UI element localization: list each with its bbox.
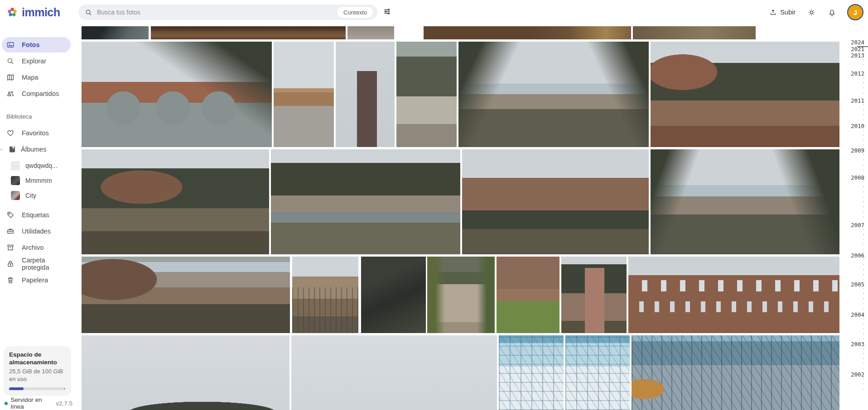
timeline-tick bbox=[863, 239, 864, 240]
photo-thumbnail[interactable] bbox=[82, 26, 149, 39]
server-version: v2.7.5 bbox=[56, 400, 72, 407]
timeline-tick bbox=[863, 77, 864, 78]
timeline-tick bbox=[863, 201, 864, 202]
photo-thumbnail[interactable] bbox=[274, 42, 334, 147]
timeline-tick bbox=[863, 164, 864, 165]
photo-thumbnail[interactable] bbox=[336, 42, 395, 147]
timeline-year-label[interactable]: 2004 bbox=[851, 311, 864, 318]
chevron-down-icon[interactable] bbox=[0, 147, 4, 152]
photo-thumbnail[interactable] bbox=[82, 149, 269, 254]
sidebar-item-fotos[interactable]: Fotos bbox=[2, 37, 71, 52]
timeline-tick bbox=[863, 169, 864, 170]
search-bar[interactable]: Contexto bbox=[78, 5, 377, 20]
timeline-position-indicator bbox=[857, 46, 868, 47]
photo-thumbnail[interactable] bbox=[651, 149, 839, 254]
photo-thumbnail[interactable] bbox=[271, 149, 460, 254]
timeline-tick bbox=[863, 274, 864, 275]
sidebar-item-label: Archivo bbox=[22, 244, 43, 251]
timeline-tick bbox=[863, 334, 864, 334]
timeline-year-label[interactable]: 2013 bbox=[851, 52, 864, 59]
timeline-year-label[interactable]: 2008 bbox=[851, 174, 864, 181]
photo-thumbnail[interactable] bbox=[82, 335, 289, 410]
timeline-year-label[interactable]: 2012 bbox=[851, 70, 864, 77]
upload-button[interactable]: Subir bbox=[769, 9, 796, 16]
timeline-tick bbox=[863, 358, 864, 359]
timeline-tick bbox=[863, 59, 864, 60]
photo-thumbnail[interactable] bbox=[151, 26, 346, 39]
photo-thumbnail[interactable] bbox=[82, 42, 272, 147]
photo-thumbnail[interactable] bbox=[396, 42, 457, 147]
timeline-tick bbox=[863, 130, 864, 131]
album-name: qwdqwdq... bbox=[25, 162, 58, 169]
photo-thumbnail[interactable] bbox=[347, 26, 394, 39]
timeline-year-label[interactable]: 2010 bbox=[851, 123, 864, 129]
search-filter-icon[interactable] bbox=[383, 7, 391, 18]
sidebar-item-utilidades[interactable]: Utilidades bbox=[2, 224, 71, 239]
sidebar-item-label: Explorar bbox=[22, 57, 46, 65]
timeline-tick bbox=[863, 234, 864, 235]
sidebar-item-mapa[interactable]: Mapa bbox=[2, 70, 71, 85]
timeline-tick bbox=[863, 368, 864, 369]
timeline-year-label[interactable]: 2024 bbox=[851, 39, 864, 46]
photo-thumbnail[interactable] bbox=[561, 257, 627, 333]
sidebar-item-label: Papelera bbox=[22, 277, 48, 284]
photo-thumbnail[interactable] bbox=[497, 257, 559, 333]
immich-logo[interactable]: immich bbox=[0, 6, 72, 19]
photo-thumbnail[interactable] bbox=[499, 335, 564, 410]
photo-thumbnail[interactable] bbox=[458, 42, 649, 147]
library-section-label: Biblioteca bbox=[0, 102, 72, 124]
photo-thumbnail[interactable] bbox=[651, 42, 839, 147]
timeline-tick bbox=[863, 324, 864, 324]
timeline-year-label[interactable]: 2006 bbox=[851, 252, 864, 259]
timeline-tick bbox=[863, 319, 864, 319]
timeline-tick bbox=[863, 64, 864, 65]
photo-thumbnail[interactable] bbox=[361, 257, 426, 333]
timeline-year-label[interactable]: 2007 bbox=[851, 222, 864, 229]
timeline-tick bbox=[863, 181, 864, 182]
photo-thumbnail[interactable] bbox=[82, 257, 290, 333]
timeline-year-label[interactable]: 2011 bbox=[851, 97, 864, 104]
app-header: immich Contexto Subir bbox=[0, 0, 868, 24]
storage-progress-bar bbox=[9, 387, 66, 390]
sidebar-album-item[interactable]: qwdqwdq... bbox=[0, 158, 72, 173]
timeline-tick bbox=[863, 329, 864, 329]
photo-thumbnail[interactable] bbox=[462, 149, 649, 254]
photo-thumbnail[interactable] bbox=[424, 26, 631, 39]
sidebar-album-item[interactable]: Mmmmm bbox=[0, 173, 72, 188]
sidebar-item-carpeta-protegida[interactable]: Carpeta protegida bbox=[2, 256, 71, 272]
explore-search-icon bbox=[6, 57, 14, 65]
photo-thumbnail[interactable] bbox=[628, 257, 839, 333]
timeline-year-label[interactable]: 2003 bbox=[851, 341, 864, 348]
timeline-year-label[interactable]: 2002 bbox=[851, 371, 864, 378]
immich-flower-icon bbox=[6, 6, 18, 18]
photo-thumbnail[interactable] bbox=[633, 26, 756, 39]
photo-thumbnail[interactable] bbox=[291, 335, 497, 410]
sidebar-album-item[interactable]: City bbox=[0, 188, 72, 203]
sidebar-item-etiquetas[interactable]: Etiquetas bbox=[2, 207, 71, 223]
photo-thumbnail[interactable] bbox=[292, 257, 358, 333]
notifications-bell-icon[interactable] bbox=[828, 8, 836, 17]
search-context-toggle[interactable]: Contexto bbox=[337, 6, 374, 19]
sidebar-item-label: Fotos bbox=[22, 41, 39, 48]
sidebar-item-papelera[interactable]: Papelera bbox=[2, 272, 71, 288]
timeline-year-label[interactable]: 2009 bbox=[851, 147, 864, 154]
sidebar-item-albumes[interactable]: Álbumes bbox=[2, 142, 71, 157]
photo-thumbnail[interactable] bbox=[565, 335, 630, 410]
timeline-year-label[interactable]: 2005 bbox=[851, 281, 864, 288]
timeline-tick bbox=[863, 82, 864, 83]
theme-toggle-icon[interactable] bbox=[807, 8, 816, 17]
search-input[interactable] bbox=[97, 9, 337, 16]
timeline-tick bbox=[863, 211, 864, 212]
timeline-tick bbox=[863, 110, 864, 110]
user-avatar[interactable]: J bbox=[848, 5, 863, 19]
server-status-label: Servidor en línea bbox=[11, 396, 54, 410]
timeline-scrubber[interactable]: 2024202120132012201120102009200820072006… bbox=[839, 24, 868, 410]
sidebar-item-compartidos[interactable]: Compartidos bbox=[2, 86, 71, 101]
sidebar-item-favoritos[interactable]: Favoritos bbox=[2, 125, 71, 141]
sidebar-item-archivo[interactable]: Archivo bbox=[2, 240, 71, 255]
timeline-tick bbox=[863, 363, 864, 364]
photo-thumbnail[interactable] bbox=[632, 335, 839, 410]
sidebar-item-explorar[interactable]: Explorar bbox=[2, 53, 71, 69]
photo-thumbnail[interactable] bbox=[427, 257, 495, 333]
timeline-tick bbox=[863, 293, 864, 294]
